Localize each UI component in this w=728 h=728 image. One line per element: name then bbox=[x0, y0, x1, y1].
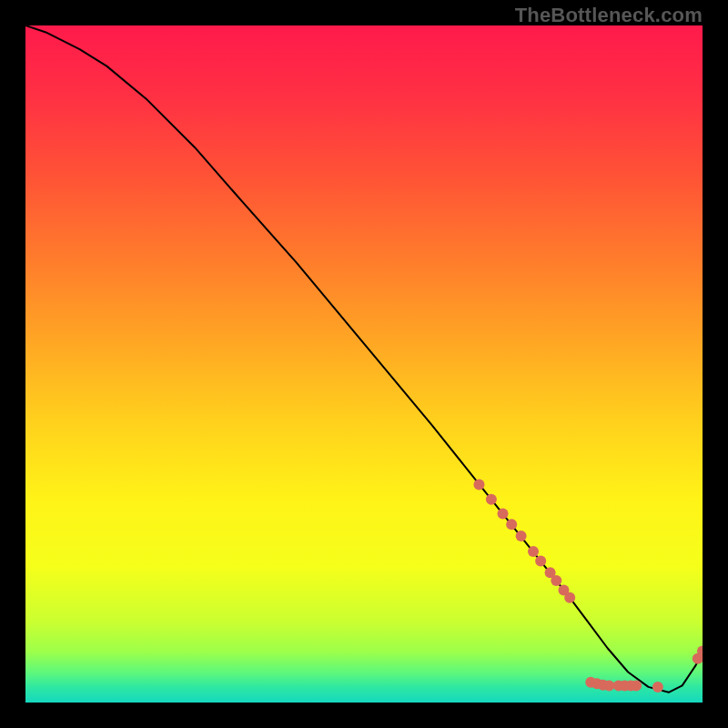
data-marker bbox=[486, 494, 497, 505]
data-marker bbox=[528, 546, 539, 557]
data-marker bbox=[535, 556, 546, 567]
data-marker bbox=[564, 592, 575, 603]
bottleneck-chart bbox=[25, 25, 703, 703]
gradient-background bbox=[25, 25, 703, 703]
data-marker bbox=[506, 519, 517, 530]
watermark-text: TheBottleneck.com bbox=[515, 4, 703, 27]
data-marker bbox=[652, 682, 663, 693]
data-marker bbox=[473, 479, 484, 490]
chart-stage: TheBottleneck.com bbox=[0, 0, 728, 728]
data-marker bbox=[603, 680, 614, 691]
data-marker bbox=[631, 680, 642, 691]
data-marker bbox=[516, 531, 527, 541]
data-marker bbox=[498, 508, 509, 519]
data-marker bbox=[551, 575, 561, 586]
